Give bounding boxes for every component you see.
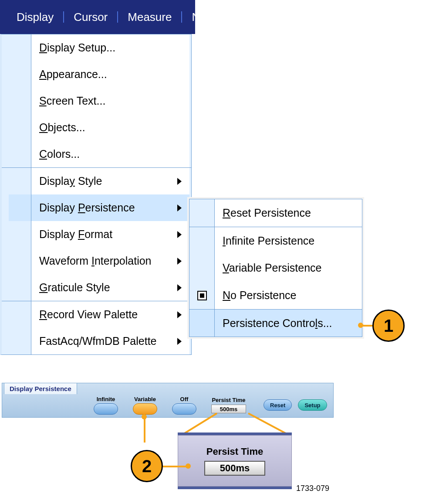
persist-mode-variable[interactable]: Variable bbox=[133, 396, 157, 415]
callout-2-vline bbox=[144, 416, 145, 443]
submenu-item-persistence-controls[interactable]: Persistence Controls... bbox=[189, 309, 362, 337]
zoom-value[interactable]: 500ms bbox=[204, 461, 265, 476]
submenu-arrow-icon bbox=[177, 338, 182, 345]
menu-item-fastacq-wfmdb-palette[interactable]: FastAcq/WfmDB Palette bbox=[2, 328, 191, 354]
persist-time-group: Persist Time500ms bbox=[211, 397, 246, 413]
display-dropdown: Display Setup...Appearance...Screen Text… bbox=[0, 34, 192, 355]
persist-mode-button[interactable] bbox=[172, 403, 196, 415]
callout-2-hline bbox=[163, 466, 186, 467]
callout-2-dot-top bbox=[142, 414, 147, 419]
callout-1-dot bbox=[358, 323, 363, 328]
submenu-item-no-persistence[interactable]: No Persistence bbox=[189, 282, 362, 309]
menubar-item-cursor[interactable]: Cursor bbox=[64, 11, 118, 23]
menu-item-display-format[interactable]: Display Format bbox=[2, 221, 191, 248]
persist-time-zoom: Persist Time 500ms bbox=[178, 432, 292, 489]
figure-reference: 1733-079 bbox=[296, 484, 329, 493]
submenu-arrow-icon bbox=[177, 258, 182, 265]
persist-mode-infinite[interactable]: Infinite bbox=[94, 396, 118, 415]
zoom-label: Persist Time bbox=[206, 446, 263, 457]
menubar-item-measure[interactable]: Measure bbox=[118, 11, 182, 23]
menubar-item-display[interactable]: Display bbox=[7, 11, 64, 23]
callout-2-dot-right bbox=[186, 463, 191, 469]
checked-icon bbox=[197, 291, 207, 300]
menubar-item-next[interactable]: N bbox=[182, 11, 195, 23]
persist-mode-label: Off bbox=[172, 396, 196, 402]
persist-time-value[interactable]: 500ms bbox=[211, 405, 246, 413]
persist-mode-off[interactable]: Off bbox=[172, 396, 196, 415]
submenu-arrow-icon bbox=[177, 178, 182, 185]
menubar: Display Cursor Measure N bbox=[0, 0, 195, 34]
submenu-arrow-icon bbox=[177, 284, 182, 291]
reset-button[interactable]: Reset bbox=[264, 399, 292, 411]
submenu-item-infinite-persistence[interactable]: Infinite Persistence bbox=[189, 227, 362, 254]
callout-2: 2 bbox=[131, 450, 163, 482]
submenu-item-reset-persistence[interactable]: Reset Persistence bbox=[189, 199, 362, 227]
menu-item-display-persistence[interactable]: Display Persistence bbox=[2, 194, 191, 221]
persistence-submenu: Reset PersistenceInfinite PersistenceVar… bbox=[189, 199, 362, 337]
menu-item-objects[interactable]: Objects... bbox=[2, 114, 191, 141]
persist-mode-button[interactable] bbox=[133, 403, 157, 415]
submenu-arrow-icon bbox=[177, 231, 182, 238]
submenu-arrow-icon bbox=[177, 204, 182, 211]
menu-item-record-view-palette[interactable]: Record View Palette bbox=[2, 301, 191, 328]
persist-mode-label: Infinite bbox=[94, 396, 118, 402]
submenu-item-variable-persistence[interactable]: Variable Persistence bbox=[189, 254, 362, 282]
persist-mode-button[interactable] bbox=[94, 403, 118, 415]
submenu-arrow-icon bbox=[177, 311, 182, 318]
persist-time-label: Persist Time bbox=[211, 397, 246, 403]
menu-item-display-setup[interactable]: Display Setup... bbox=[2, 34, 191, 61]
persist-mode-label: Variable bbox=[133, 396, 157, 402]
menu-item-waveform-interpolation[interactable]: Waveform Interpolation bbox=[2, 248, 191, 274]
menu-item-appearance[interactable]: Appearance... bbox=[2, 61, 191, 88]
menu-item-display-style[interactable]: Display Style bbox=[2, 168, 191, 194]
persistence-panel: Display Persistence InfiniteVariableOffP… bbox=[2, 383, 334, 418]
menu-item-colors[interactable]: Colors... bbox=[2, 141, 191, 167]
menu-item-graticule-style[interactable]: Graticule Style bbox=[2, 274, 191, 301]
setup-button[interactable]: Setup bbox=[298, 399, 327, 411]
menu-item-screen-text[interactable]: Screen Text... bbox=[2, 88, 191, 114]
callout-1: 1 bbox=[372, 310, 405, 342]
